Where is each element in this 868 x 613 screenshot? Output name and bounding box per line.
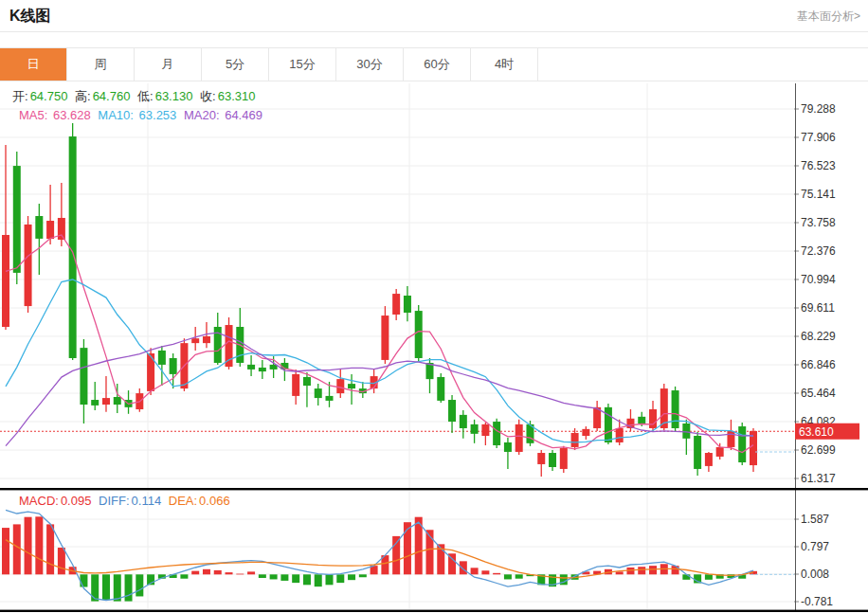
candle-body [247,365,255,370]
candle-body [504,442,512,452]
price-axis-label: 68.229 [801,330,836,343]
macd-bar [247,571,255,574]
candle-body [437,377,444,401]
macd-bar [315,574,322,586]
candle-body [80,348,87,405]
macd-bar [25,517,32,575]
candle-body [203,336,210,343]
candle-body [481,424,489,436]
macd-bar [2,528,9,574]
period-tabbar: 日 周 月 5分 15分 30分 60分 4时 [0,47,868,81]
kline-page: { "header": { "title": "K线图", "link": "基… [0,0,868,613]
macd-bar [58,548,65,574]
macd-bar [504,574,512,579]
macd-bar [326,574,334,585]
macd-bar [638,567,645,574]
candle-body [170,358,177,374]
price-axis-label: 73.758 [801,216,836,229]
kline-chart-canvas[interactable]: 79.28877.90676.52375.14173.75872.37670.9… [0,82,868,613]
candle-body [336,379,344,393]
candle-body [2,235,9,327]
macd-bar [226,572,233,574]
candle-body [114,397,121,405]
macd-bar [270,574,278,579]
price-axis-label: 79.288 [801,102,836,116]
tab-30min[interactable]: 30分 [336,48,404,81]
macd-bar [460,561,467,574]
macd-bar [191,571,199,575]
candle-body [549,453,556,467]
tab-5min[interactable]: 5分 [202,48,269,81]
macd-bar [13,524,21,574]
candle-body [392,294,400,315]
candle-body [292,374,299,396]
price-axis-label: 75.141 [801,188,836,201]
macd-bar [359,574,367,577]
macd-bar [203,569,210,575]
candle-body [471,424,479,434]
fundamental-analysis-link[interactable]: 基本面分析> [797,9,860,25]
candle-body [348,384,355,388]
macd-bar [348,574,355,580]
macd-bar [303,574,311,585]
candle-body [738,426,746,462]
candle-body [191,338,199,343]
macd-bar [214,570,222,574]
candle-body [35,216,43,239]
price-axis-label: 65.464 [801,387,836,400]
tab-60min[interactable]: 60分 [404,48,471,81]
macd-bar [102,574,110,600]
candle-body [303,377,311,386]
macd-bar [705,574,713,580]
candle-body [705,453,713,466]
title-divider [0,31,868,32]
macd-bar [236,574,244,575]
macd-bar [80,574,87,586]
macd-axis-label: 0.797 [801,540,829,553]
candle-body [616,428,624,442]
macd-bar [292,574,299,583]
macd-bar [259,574,266,578]
macd-bar [481,570,489,574]
candle-body [694,436,701,469]
candle-body [25,225,32,306]
macd-bar [46,524,54,574]
macd-bar [392,536,400,574]
price-axis-label: 66.846 [801,358,836,371]
macd-bar [682,574,690,580]
tab-week[interactable]: 周 [67,48,135,81]
candle-body [158,351,166,365]
macd-axis-label: -0.781 [801,595,833,608]
tab-month[interactable]: 月 [135,48,202,81]
macd-bar [91,574,99,601]
macd-bar [471,568,479,574]
macd-axis-label: 0.008 [801,568,829,581]
candle-body [605,407,612,442]
candle-body [582,429,589,436]
candle-body [415,311,423,358]
candle-body [46,221,54,239]
tab-15min[interactable]: 15分 [269,48,336,81]
tab-day[interactable]: 日 [0,48,67,81]
candle-body [381,316,389,360]
candle-body [638,417,645,424]
macd-bar [493,573,500,574]
price-axis-label: 69.611 [801,301,835,315]
price-axis-label: 70.994 [801,273,836,286]
candle-body [315,388,322,398]
macd-bar [136,574,143,596]
candle-body [102,398,110,405]
candle-body [716,447,724,457]
macd-bar [515,574,523,578]
macd-bar [35,516,43,574]
macd-bar [125,574,133,601]
candle-body [493,422,500,445]
candle-body [537,453,545,464]
macd-bar [280,574,288,581]
candle-body [58,218,65,240]
macd-axis-label: 1.587 [801,513,829,526]
tab-4hour[interactable]: 4时 [471,48,538,81]
candle-body [326,396,334,401]
candle-body [682,424,690,439]
price-axis-label: 62.699 [801,443,836,457]
